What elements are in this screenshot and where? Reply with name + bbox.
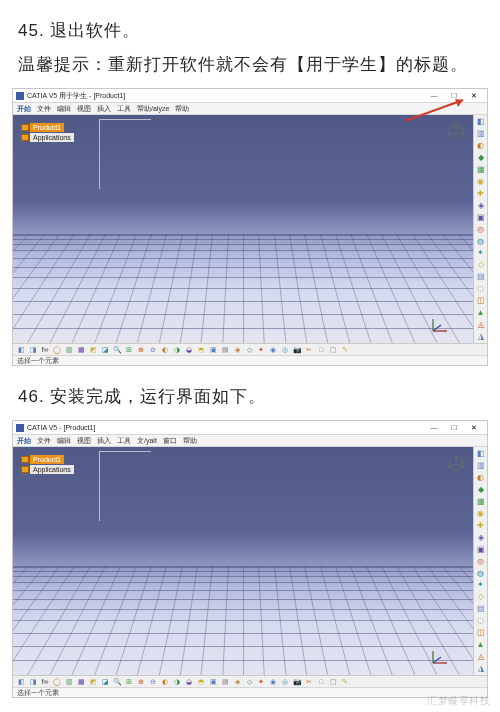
menu-file[interactable]: 文件	[37, 436, 51, 446]
tool-icon[interactable]: ⊖	[148, 345, 158, 355]
tool-icon[interactable]: ◎	[475, 556, 486, 567]
tool-icon[interactable]: 📷	[292, 345, 302, 355]
tool-icon[interactable]: ◎	[280, 345, 290, 355]
tool-icon[interactable]: ▥	[475, 128, 486, 139]
tool-icon[interactable]: ◪	[100, 345, 110, 355]
tool-icon[interactable]: ▦	[76, 345, 86, 355]
tree-applications[interactable]: Applications	[30, 465, 74, 474]
menu-edit[interactable]: 编辑	[57, 436, 71, 446]
tool-icon[interactable]: ⊖	[148, 677, 158, 687]
tool-icon[interactable]: ◫	[475, 627, 486, 638]
model-tree[interactable]: Product1 Applications	[21, 455, 74, 475]
tool-icon[interactable]: f∞	[40, 345, 50, 355]
tool-icon[interactable]: ◫	[475, 295, 486, 306]
tool-icon[interactable]: ◆	[475, 484, 486, 495]
tool-icon[interactable]: ▣	[208, 345, 218, 355]
minimize-button[interactable]: —	[424, 422, 444, 434]
tool-icon[interactable]: ◈	[232, 345, 242, 355]
menu-view[interactable]: 视图	[77, 436, 91, 446]
tool-icon[interactable]: ◇	[244, 677, 254, 687]
tool-icon[interactable]: ▤	[475, 271, 486, 282]
tool-icon[interactable]: ◌	[475, 615, 486, 626]
close-button[interactable]: ✕	[464, 422, 484, 434]
tool-icon[interactable]: □	[316, 345, 326, 355]
tool-icon[interactable]: ◩	[88, 677, 98, 687]
menu-edit[interactable]: 编辑	[57, 104, 71, 114]
menu-start[interactable]: 开始	[17, 104, 31, 114]
tool-icon[interactable]: ◨	[28, 677, 38, 687]
tool-icon[interactable]: ▦	[475, 164, 486, 175]
tool-icon[interactable]: ◧	[475, 448, 486, 459]
tool-icon[interactable]: ✦	[256, 677, 266, 687]
tool-icon[interactable]: ✦	[256, 345, 266, 355]
tool-icon[interactable]: ◇	[244, 345, 254, 355]
tool-icon[interactable]: ✂	[304, 677, 314, 687]
tool-icon[interactable]: ▤	[220, 345, 230, 355]
tool-icon[interactable]: ◨	[28, 345, 38, 355]
tree-product[interactable]: Product1	[30, 455, 64, 464]
tool-icon[interactable]: ◩	[88, 345, 98, 355]
tool-icon[interactable]: ✚	[475, 188, 486, 199]
tool-icon[interactable]: 🔍	[112, 677, 122, 687]
tool-icon[interactable]: ▢	[328, 677, 338, 687]
compass-icon[interactable]	[445, 121, 467, 143]
menu-tools[interactable]: 工具	[117, 104, 131, 114]
tool-icon[interactable]: ◉	[268, 677, 278, 687]
menu-insert[interactable]: 插入	[97, 436, 111, 446]
tool-icon[interactable]: ◮	[475, 663, 486, 674]
tool-icon[interactable]: ◈	[232, 677, 242, 687]
tool-icon[interactable]: ▣	[475, 212, 486, 223]
tree-product[interactable]: Product1	[30, 123, 64, 132]
tool-icon[interactable]: ✂	[304, 345, 314, 355]
maximize-button[interactable]: ☐	[444, 90, 464, 102]
tool-icon[interactable]: ◍	[475, 568, 486, 579]
tool-icon[interactable]: ◉	[475, 508, 486, 519]
tool-icon[interactable]: ◓	[196, 677, 206, 687]
tool-icon[interactable]: ◧	[475, 116, 486, 127]
tool-icon[interactable]: ◌	[475, 283, 486, 294]
tool-icon[interactable]: ◬	[475, 651, 486, 662]
tool-icon[interactable]: ◧	[16, 345, 26, 355]
tool-icon[interactable]: ◒	[184, 345, 194, 355]
tool-icon[interactable]: 📷	[292, 677, 302, 687]
tool-icon[interactable]: ▦	[76, 677, 86, 687]
tool-icon[interactable]: ◈	[475, 200, 486, 211]
tool-icon[interactable]: ◉	[268, 345, 278, 355]
tool-icon[interactable]: ◯	[52, 677, 62, 687]
tool-icon[interactable]: ◇	[475, 591, 486, 602]
tool-icon[interactable]: 🔍	[112, 345, 122, 355]
tool-icon[interactable]: ◐	[160, 345, 170, 355]
tool-icon[interactable]: ◑	[172, 345, 182, 355]
tool-icon[interactable]: ▣	[475, 544, 486, 555]
tool-icon[interactable]: ◇	[475, 259, 486, 270]
tool-icon[interactable]: ◑	[172, 677, 182, 687]
tree-applications[interactable]: Applications	[30, 133, 74, 142]
tool-icon[interactable]: ▢	[328, 345, 338, 355]
menu-analyze[interactable]: 帮助/alyze	[137, 104, 169, 114]
maximize-button[interactable]: ☐	[444, 422, 464, 434]
tool-icon[interactable]: ⊞	[124, 345, 134, 355]
tool-icon[interactable]: ◪	[100, 677, 110, 687]
menu-help[interactable]: 帮助	[175, 104, 189, 114]
viewport[interactable]: Product1 Applications	[13, 115, 473, 343]
tool-icon[interactable]: ▲	[475, 639, 486, 650]
tool-icon[interactable]: ◒	[184, 677, 194, 687]
tool-icon[interactable]: ▲	[475, 307, 486, 318]
menu-insert[interactable]: 插入	[97, 104, 111, 114]
tool-icon[interactable]: ◐	[475, 472, 486, 483]
tool-icon[interactable]: ✦	[475, 579, 486, 590]
menu-start[interactable]: 开始	[17, 436, 31, 446]
tool-icon[interactable]: ✎	[340, 345, 350, 355]
close-button[interactable]: ✕	[464, 90, 484, 102]
tool-icon[interactable]: ✦	[475, 247, 486, 258]
tool-icon[interactable]: ▣	[208, 677, 218, 687]
tool-icon[interactable]: ✎	[340, 677, 350, 687]
menu-tools[interactable]: 工具	[117, 436, 131, 446]
tool-icon[interactable]: ◐	[475, 140, 486, 151]
tool-icon[interactable]: ◐	[160, 677, 170, 687]
tool-icon[interactable]: ◯	[52, 345, 62, 355]
tool-icon[interactable]: ▥	[64, 677, 74, 687]
tool-icon[interactable]: ◎	[475, 224, 486, 235]
minimize-button[interactable]: —	[424, 90, 444, 102]
tool-icon[interactable]: ◮	[475, 331, 486, 342]
